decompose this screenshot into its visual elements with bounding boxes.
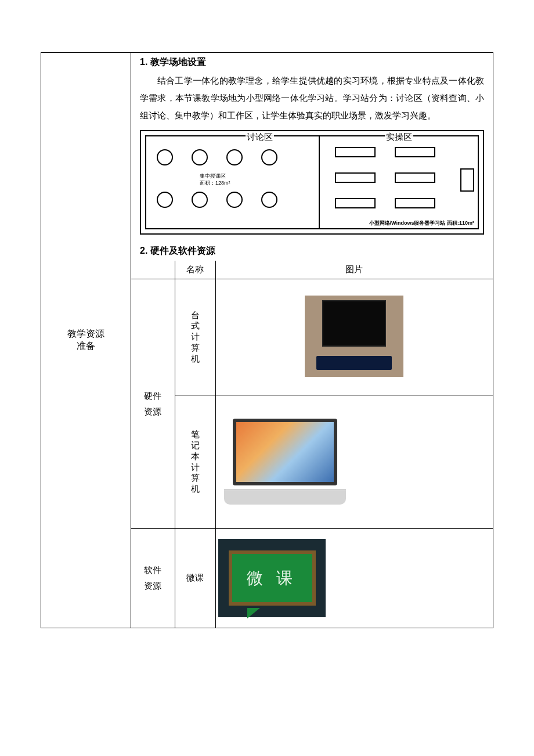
section1-heading: 1. 教学场地设置 xyxy=(140,56,484,69)
software-category-cell: 软件资源 xyxy=(131,529,175,628)
desktop-image-cell xyxy=(215,279,493,395)
microlecture-image: 微 课 xyxy=(218,539,326,617)
diagram-footer: 小型网络/Windows服务器学习站 面积:110m² xyxy=(369,219,474,227)
laptop-name-cell: 笔记本计算机 xyxy=(175,395,215,529)
hardware-category-cell: 硬件资源 xyxy=(131,279,175,529)
laptop-image-cell xyxy=(215,395,493,529)
chalkboard-text: 微 课 xyxy=(229,550,316,606)
table-row: 笔记本计算机 xyxy=(131,395,493,529)
header-image: 图片 xyxy=(215,261,493,279)
section2-heading: 2. 硬件及软件资源 xyxy=(140,245,484,257)
desktop-computer-image xyxy=(305,296,403,377)
micro-image-cell: 微 课 xyxy=(215,529,493,628)
resources-table: 名称 图片 硬件资源 台式计算机 xyxy=(131,261,493,628)
sidebar-cell: 教学资源 准备 xyxy=(41,53,131,628)
diagram-left-label: 讨论区 xyxy=(246,132,274,143)
desktop-name-cell: 台式计算机 xyxy=(175,279,215,395)
laptop-image xyxy=(218,413,352,512)
diagram-center2: 面积：128m² xyxy=(200,179,230,187)
sidebar-title-line1: 教学资源 xyxy=(41,328,131,340)
table-row: 软件资源 微课 微 课 xyxy=(131,529,493,628)
outer-table: 教学资源 准备 1. 教学场地设置 结合工学一体化的教学理念，给学生提供优越的实… xyxy=(41,52,493,628)
table-row: 硬件资源 台式计算机 xyxy=(131,279,493,395)
section1-body: 结合工学一体化的教学理念，给学生提供优越的实习环境，根据专业特点及一体化教学需求… xyxy=(140,72,484,124)
content-cell: 1. 教学场地设置 结合工学一体化的教学理念，给学生提供优越的实习环境，根据专业… xyxy=(131,53,493,628)
floorplan-diagram: 讨论区 实操区 集中授课区 面积：128m² xyxy=(140,130,484,235)
diagram-right-label: 实操区 xyxy=(385,132,413,143)
micro-name-cell: 微课 xyxy=(175,529,215,628)
table-header-row: 名称 图片 xyxy=(131,261,493,279)
sidebar-title-line2: 准备 xyxy=(41,340,131,352)
header-name: 名称 xyxy=(175,261,215,279)
